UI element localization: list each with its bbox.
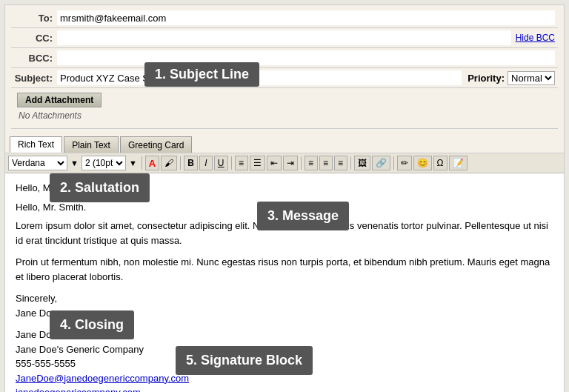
edit-button[interactable]: ✏ (397, 156, 412, 170)
outer-wrapper: To: CC: Hide BCC BCC: Subject: Priority: (0, 0, 569, 392)
to-input[interactable] (57, 10, 555, 25)
sig-website-link[interactable]: janedoegenericcompany.com (16, 387, 141, 392)
cc-label: CC: (14, 33, 57, 44)
toolbar-sep-3 (231, 156, 232, 170)
edit-icon: ✏ (401, 158, 408, 168)
priority-label: Priority: (467, 73, 508, 84)
subject-input[interactable] (57, 70, 462, 85)
align-left-icon: ≡ (308, 158, 313, 168)
attachment-row: Add Attachment No Attachments (11, 88, 558, 129)
tab-rich-text[interactable]: Rich Text (10, 136, 62, 153)
bold-icon: B (187, 158, 194, 168)
image-icon: 🖼 (358, 158, 367, 168)
emoji-button[interactable]: 😊 (413, 156, 432, 170)
insert-link-button[interactable]: 🔗 (372, 156, 390, 170)
priority-select[interactable]: Normal High Low (508, 71, 555, 85)
font-family-select[interactable]: Verdana (8, 156, 67, 170)
no-attachments-text: No Attachments (17, 107, 552, 124)
align-right-button[interactable]: ≡ (334, 156, 347, 170)
align-center-icon: ≡ (323, 158, 328, 168)
sig-email-link[interactable]: JaneDoe@janedoegenericcompany.com (16, 373, 189, 384)
hide-bcc-link[interactable]: Hide BCC (511, 33, 555, 43)
outdent-button[interactable]: ⇤ (267, 156, 282, 170)
ul-icon: ☰ (253, 158, 262, 168)
to-label: To: (14, 13, 57, 24)
ol-icon: ≡ (239, 158, 244, 168)
emoji-icon: 😊 (417, 158, 428, 168)
to-row: To: (11, 8, 558, 28)
underline-button[interactable]: U (214, 156, 228, 170)
bcc-row: BCC: (11, 48, 558, 68)
salutation-text: Hello, Mr. Smith. (16, 181, 553, 196)
closing-name: Jane Doe (16, 306, 553, 321)
header-area: To: CC: Hide BCC BCC: Subject: Priority: (5, 5, 564, 132)
tab-greeting-card[interactable]: Greeting Card (120, 136, 192, 153)
toolbar-sep-6 (393, 156, 394, 170)
toolbar-sep-5 (350, 156, 351, 170)
body-wrapper: Hello, Mr. Smith. Hello, Mr. Smith. Lore… (5, 173, 564, 392)
ordered-list-button[interactable]: ≡ (235, 156, 248, 170)
closing-area: Sincerely, Jane Doe (16, 291, 553, 320)
toolbar-sep-4 (301, 156, 302, 170)
align-right-icon: ≡ (338, 158, 343, 168)
italic-button[interactable]: I (199, 156, 213, 170)
bold-button[interactable]: B (184, 156, 198, 170)
subject-label: Subject: (14, 73, 57, 84)
special-char-button[interactable]: Ω (433, 156, 447, 170)
align-center-button[interactable]: ≡ (319, 156, 333, 170)
italic-icon: I (204, 158, 207, 168)
highlight-button[interactable]: 🖌 (161, 156, 177, 170)
add-attachment-button[interactable]: Add Attachment (17, 93, 102, 107)
bcc-input[interactable] (57, 50, 555, 65)
indent-icon: ⇥ (287, 158, 294, 168)
cc-row: CC: Hide BCC (11, 28, 558, 48)
message-para-1: Lorem ipsum dolor sit amet, consectetur … (16, 219, 553, 248)
salutation-display: Hello, Mr. Smith. (16, 202, 86, 213)
font-color-button[interactable]: A (145, 156, 159, 170)
signature-block: Jane Doe Jane Doe's Generic Company 555-… (16, 328, 553, 392)
bcc-label: BCC: (14, 53, 57, 64)
message-para-2: Proin ut fermentum nibh, non molestie mi… (16, 255, 553, 284)
sig-company: Jane Doe's Generic Company (16, 342, 553, 357)
toolbar-sep-1 (142, 156, 142, 170)
align-left-button[interactable]: ≡ (305, 156, 318, 170)
special-char-icon: Ω (437, 158, 444, 168)
priority-area: Priority: Normal High Low (462, 71, 555, 85)
sig-phone: 555-555-5555 (16, 356, 553, 371)
indent-button[interactable]: ⇥ (283, 156, 298, 170)
sig-name: Jane Doe (16, 328, 553, 342)
spell-check-button[interactable]: 📝 (449, 156, 467, 170)
underline-icon: U (218, 158, 224, 168)
email-container: To: CC: Hide BCC BCC: Subject: Priority: (4, 4, 565, 392)
sig-email: JaneDoe@janedoegenericcompany.com (16, 371, 553, 386)
highlight-icon: 🖌 (164, 158, 173, 168)
toolbar-sep-2 (180, 156, 181, 170)
tabs-row: Rich Text Plain Text Greeting Card (5, 132, 564, 153)
link-icon: 🔗 (376, 158, 387, 168)
toolbar-size-arrow: ▼ (127, 159, 139, 167)
outdent-icon: ⇤ (270, 158, 278, 168)
spell-check-icon: 📝 (453, 158, 464, 168)
insert-image-button[interactable]: 🖼 (354, 156, 370, 170)
tab-plain-text[interactable]: Plain Text (64, 136, 119, 153)
subject-row: Subject: Priority: Normal High Low 1. Su… (11, 68, 558, 88)
sig-website: janedoegenericcompany.com (16, 385, 553, 392)
toolbar-row: Verdana ▼ 2 (10pt) ▼ A 🖌 B I U ≡ ☰ ⇤ ⇥ (5, 153, 564, 173)
font-color-a-icon: A (149, 158, 156, 169)
toolbar-arrow: ▼ (69, 159, 80, 167)
closing-sincerely: Sincerely, (16, 291, 553, 306)
body-area[interactable]: Hello, Mr. Smith. Hello, Mr. Smith. Lore… (5, 173, 564, 392)
unordered-list-button[interactable]: ☰ (250, 156, 265, 170)
font-size-select[interactable]: 2 (10pt) (81, 156, 126, 170)
cc-input[interactable] (57, 30, 511, 45)
